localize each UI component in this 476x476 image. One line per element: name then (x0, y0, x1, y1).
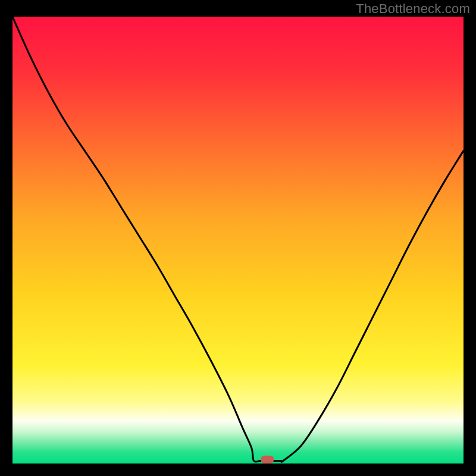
optimal-marker (261, 456, 274, 464)
chart-frame: TheBottleneck.com (0, 0, 476, 476)
bottleneck-plot (12, 17, 464, 464)
gradient-background (12, 17, 464, 464)
watermark-text: TheBottleneck.com (356, 1, 470, 17)
